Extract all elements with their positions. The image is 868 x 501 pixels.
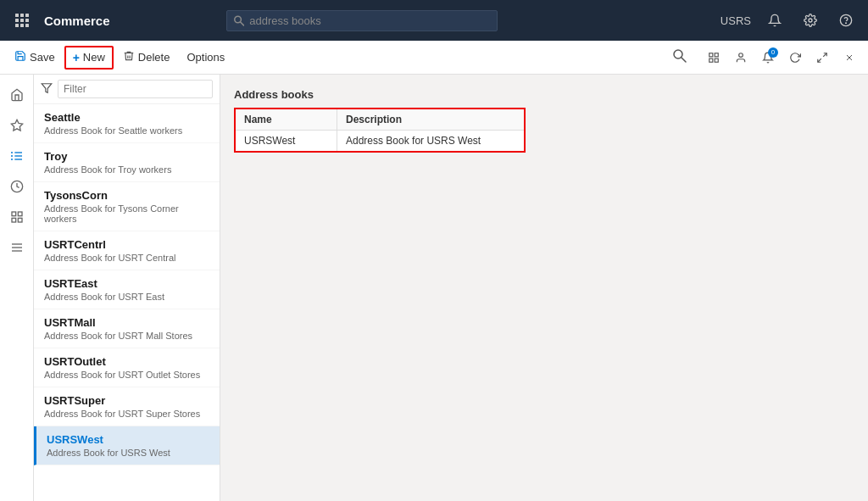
list-item-name: USRTEast	[44, 277, 209, 290]
svg-rect-19	[715, 58, 718, 62]
grid-rows: USRSWest Address Book for USRS West	[236, 131, 524, 151]
app-title: Commerce	[44, 14, 110, 28]
help-icon[interactable]	[834, 8, 858, 32]
svg-rect-8	[25, 24, 29, 27]
list-items: Seattle Address Book for Seattle workers…	[34, 104, 220, 501]
svg-line-10	[241, 22, 244, 25]
star-icon[interactable]	[3, 112, 31, 139]
svg-rect-4	[20, 19, 24, 22]
notifications-icon[interactable]: 0	[756, 46, 780, 70]
new-button[interactable]: + New	[64, 46, 114, 70]
delete-icon	[123, 50, 135, 64]
svg-line-22	[818, 58, 821, 62]
list-item-name: USRTCentrl	[44, 238, 209, 251]
search-input[interactable]	[249, 14, 490, 27]
svg-rect-2	[25, 14, 29, 17]
svg-rect-35	[12, 218, 16, 222]
svg-rect-36	[18, 218, 22, 222]
list-item[interactable]: USRTCentrl Address Book for USRT Central	[34, 231, 220, 270]
filter-icon[interactable]	[41, 82, 53, 97]
options-button[interactable]: Options	[179, 47, 232, 68]
search-bar[interactable]	[226, 10, 498, 31]
list-item-desc: Address Book for USRS West	[47, 448, 209, 458]
gear-icon[interactable]	[798, 8, 822, 32]
list-item-desc: Address Book for USRT Super Stores	[44, 409, 209, 419]
list-item-desc: Address Book for USRT Mall Stores	[44, 331, 209, 341]
list-item-name: TysonsCorn	[44, 189, 209, 202]
list-item-desc: Address Book for USRT Outlet Stores	[44, 370, 209, 380]
save-icon	[14, 50, 26, 64]
svg-rect-3	[15, 19, 19, 22]
svg-line-15	[682, 58, 686, 62]
sidebar-icons	[0, 75, 34, 501]
list-item[interactable]: USRTEast Address Book for USRT East	[34, 270, 220, 309]
svg-rect-17	[715, 53, 718, 56]
home-icon[interactable]	[3, 81, 31, 109]
svg-rect-34	[18, 212, 22, 216]
delete-button[interactable]: Delete	[115, 46, 178, 69]
refresh-icon[interactable]	[783, 46, 807, 70]
svg-point-20	[739, 53, 743, 57]
bookmark-icon[interactable]	[3, 203, 31, 231]
toolbar-search-icon[interactable]	[666, 46, 693, 70]
list-item-desc: Address Book for Tysons Corner workers	[44, 203, 209, 224]
filter-input[interactable]	[58, 80, 213, 98]
list-item-name: USRTOutlet	[44, 355, 209, 368]
grid-row[interactable]: USRSWest Address Book for USRS West	[236, 131, 524, 151]
grid-cell-name: USRSWest	[236, 131, 337, 151]
list-item[interactable]: USRTSuper Address Book for USRT Super St…	[34, 387, 220, 426]
svg-rect-18	[709, 58, 713, 62]
svg-rect-33	[12, 212, 16, 216]
list-panel: Seattle Address Book for Seattle workers…	[34, 75, 220, 501]
save-button[interactable]: Save	[7, 46, 63, 69]
hamburger-icon[interactable]	[3, 234, 31, 261]
svg-line-21	[823, 53, 826, 56]
action-icons-row: 0	[702, 46, 861, 70]
content-area: Address books Name Description USRSWest …	[220, 75, 868, 501]
notification-badge: 0	[768, 47, 778, 58]
list-item-desc: Address Book for USRT East	[44, 292, 209, 302]
top-nav: Commerce USRS	[0, 0, 868, 41]
toolbar: Save + New Delete Options 0	[0, 41, 868, 75]
list-item-desc: Address Book for Troy workers	[44, 164, 209, 175]
svg-rect-1	[20, 14, 24, 17]
svg-rect-6	[15, 24, 19, 27]
svg-point-11	[809, 19, 812, 22]
list-item-name: USRSWest	[47, 433, 209, 446]
svg-marker-40	[42, 83, 52, 92]
svg-rect-7	[20, 24, 24, 27]
list-item-name: USRTMall	[44, 316, 209, 329]
expand-icon[interactable]	[810, 46, 834, 70]
nav-right: USRS	[721, 8, 858, 32]
list-item[interactable]: Troy Address Book for Troy workers	[34, 143, 220, 182]
grid-cell-desc: Address Book for USRS West	[337, 131, 524, 151]
list-item[interactable]: Seattle Address Book for Seattle workers	[34, 104, 220, 143]
new-icon: +	[73, 51, 80, 64]
pin-view-icon[interactable]	[702, 46, 726, 70]
address-books-grid: Name Description USRSWest Address Book f…	[234, 108, 526, 153]
list-item[interactable]: USRTOutlet Address Book for USRT Outlet …	[34, 348, 220, 387]
grid-col-name: Name	[236, 109, 337, 130]
grid-header: Name Description	[236, 109, 524, 131]
list-item-name: USRTSuper	[44, 394, 209, 407]
list-view-icon[interactable]	[3, 142, 31, 170]
svg-marker-25	[11, 120, 22, 131]
grid-menu-icon[interactable]	[10, 8, 34, 32]
main-layout: Seattle Address Book for Seattle workers…	[0, 75, 868, 501]
clock-icon[interactable]	[3, 173, 31, 200]
section-title: Address books	[234, 88, 854, 101]
bell-icon[interactable]	[763, 8, 787, 32]
list-item-desc: Address Book for Seattle workers	[44, 125, 209, 136]
svg-rect-5	[25, 19, 29, 22]
close-icon[interactable]	[837, 46, 861, 70]
list-item-desc: Address Book for USRT Central	[44, 253, 209, 263]
grid-col-desc: Description	[337, 109, 524, 130]
person-icon[interactable]	[729, 46, 753, 70]
svg-rect-16	[709, 53, 713, 56]
list-item[interactable]: USRSWest Address Book for USRS West	[34, 426, 220, 465]
list-item[interactable]: USRTMall Address Book for USRT Mall Stor…	[34, 309, 220, 348]
list-item-name: Troy	[44, 150, 209, 163]
user-label[interactable]: USRS	[721, 14, 751, 27]
list-item[interactable]: TysonsCorn Address Book for Tysons Corne…	[34, 182, 220, 231]
list-panel-header	[34, 75, 220, 104]
